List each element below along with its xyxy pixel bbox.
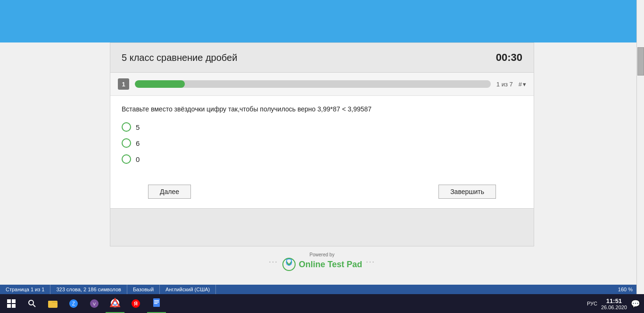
chrome-icon — [110, 298, 120, 308]
zoom-button[interactable]: Z — [64, 294, 83, 313]
svg-text:Я: Я — [134, 301, 138, 306]
taskbar-language: РУС — [587, 301, 597, 306]
svg-text:V: V — [93, 302, 96, 306]
zoom-level: 160 % — [614, 287, 636, 292]
svg-rect-8 — [48, 301, 52, 303]
notification-icon[interactable]: 💬 — [631, 299, 640, 308]
radio-0[interactable] — [122, 154, 131, 164]
next-button[interactable]: Далее — [148, 185, 191, 199]
card-header: 5 класс сравнение дробей 00:30 — [110, 43, 534, 73]
progress-hash: # ▾ — [519, 81, 526, 88]
answer-label-5: 5 — [136, 123, 140, 131]
chrome-button[interactable] — [106, 294, 124, 313]
svg-rect-20 — [154, 302, 159, 303]
search-icon — [28, 300, 36, 307]
svg-rect-4 — [12, 304, 16, 308]
file-explorer-button[interactable] — [43, 294, 62, 313]
logo-text: Online Test Pad — [299, 260, 363, 270]
powered-dots-row: ··· Powered by Online Test Pad ··· — [269, 252, 375, 271]
answer-option-5[interactable]: 5 — [122, 122, 522, 132]
chevron-down-icon[interactable]: ▾ — [523, 81, 526, 88]
status-bar: Страница 1 из 1 323 слова, 2 186 символо… — [0, 285, 636, 294]
status-right: 160 % — [614, 287, 636, 292]
date-value: 26.06.2020 — [601, 305, 627, 310]
powered-by-text: Powered by — [310, 252, 335, 257]
radio-6[interactable] — [122, 138, 131, 148]
answer-label-6: 6 — [136, 139, 140, 147]
language-status: Английский (США) — [160, 285, 216, 294]
radio-5[interactable] — [122, 122, 131, 132]
windows-icon — [7, 299, 16, 308]
logo-icon — [282, 257, 296, 271]
svg-point-5 — [29, 300, 33, 305]
svg-rect-19 — [154, 300, 159, 301]
taskbar-right: РУС 11:51 26.06.2020 💬 — [587, 297, 644, 310]
dots-right: ··· — [366, 258, 375, 266]
card-timer: 00:30 — [496, 51, 522, 64]
card-footer — [110, 208, 534, 246]
finish-button[interactable]: Завершить — [438, 185, 496, 199]
answer-options: 5 6 0 — [122, 122, 522, 164]
question-number-badge: 1 — [118, 78, 129, 90]
card-title: 5 класс сравнение дробей — [122, 52, 237, 63]
dots-left: ··· — [269, 258, 278, 266]
taskbar: Z V Я — [0, 294, 644, 313]
viber-button[interactable]: V — [85, 294, 104, 313]
svg-rect-21 — [154, 303, 157, 304]
answer-label-0: 0 — [136, 155, 140, 163]
question-body: Вставьте вместо звёздочки цифру так,чтоб… — [110, 96, 534, 185]
answer-option-0[interactable]: 0 — [122, 154, 522, 164]
progress-area: 1 1 из 7 # ▾ — [110, 73, 534, 96]
svg-rect-3 — [7, 304, 11, 308]
test-card: 5 класс сравнение дробей 00:30 1 1 из 7 … — [110, 42, 534, 246]
svg-rect-2 — [12, 299, 16, 303]
powered-area: ··· Powered by Online Test Pad ··· — [269, 246, 375, 274]
svg-point-15 — [114, 302, 116, 305]
scrollbar[interactable] — [636, 0, 644, 313]
progress-bar-container — [135, 80, 491, 88]
page-info: Страница 1 из 1 — [0, 285, 50, 294]
yandex-button[interactable]: Я — [126, 294, 145, 313]
windows-button[interactable] — [2, 294, 21, 313]
logo-row: Online Test Pad — [282, 257, 363, 271]
button-row: Далее Завершить — [110, 185, 534, 208]
search-taskbar-button[interactable] — [23, 294, 41, 313]
viber-icon: V — [89, 298, 99, 309]
svg-text:Z: Z — [72, 301, 75, 306]
svg-rect-18 — [153, 298, 160, 307]
taskbar-left: Z V Я — [0, 294, 166, 313]
zoom-icon: Z — [68, 298, 79, 309]
progress-bar-fill — [135, 80, 185, 88]
taskbar-time: 11:51 26.06.2020 — [601, 297, 627, 310]
question-text: Вставьте вместо звёздочки цифру так,чтоб… — [122, 105, 522, 113]
word-count: 323 слова, 2 186 символов — [50, 285, 127, 294]
mode: Базовый — [127, 285, 160, 294]
docs-icon — [151, 298, 162, 308]
time-value: 11:51 — [601, 297, 627, 305]
svg-rect-1 — [7, 299, 11, 303]
progress-text: 1 из 7 — [496, 81, 513, 88]
answer-option-6[interactable]: 6 — [122, 138, 522, 148]
svg-line-6 — [33, 305, 35, 307]
file-explorer-icon — [48, 298, 58, 309]
powered-logo: Powered by Online Test Pad — [282, 252, 363, 271]
top-bar — [0, 0, 644, 42]
yandex-icon: Я — [131, 298, 141, 309]
content-area: 5 класс сравнение дробей 00:30 1 1 из 7 … — [0, 42, 644, 274]
scrollbar-thumb[interactable] — [637, 47, 644, 76]
docs-button[interactable] — [147, 294, 166, 313]
